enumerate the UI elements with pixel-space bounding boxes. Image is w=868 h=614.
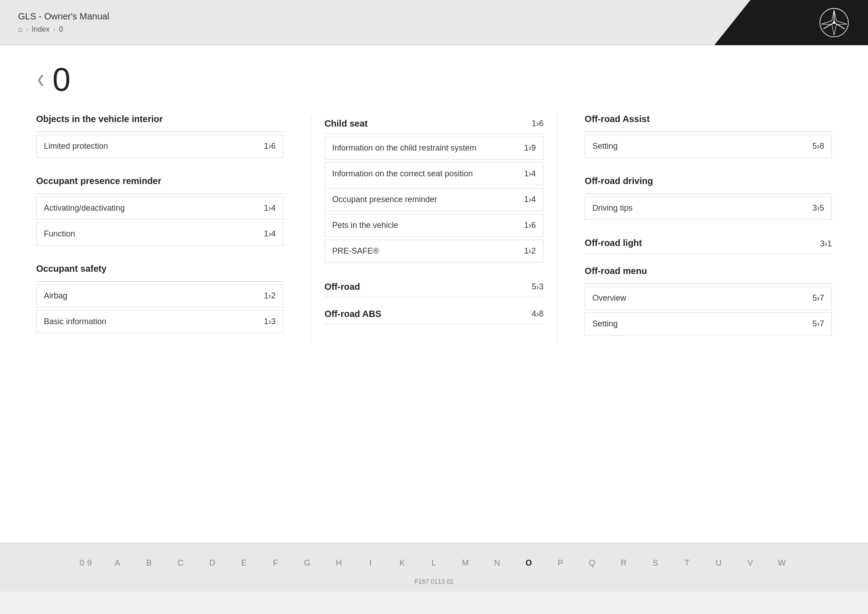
breadcrumb-current: 0 [59, 25, 63, 33]
alpha-item-09[interactable]: 0 9 [70, 552, 102, 574]
off-road-assist-items: Setting 5›8 [585, 132, 832, 161]
heading-occupant-presence: Occupant presence reminder [36, 176, 283, 188]
list-item[interactable]: PRE-SAFE® 1›2 [325, 240, 544, 263]
page-num2: 4 [531, 195, 536, 204]
alpha-item-p[interactable]: P [545, 552, 576, 574]
page-num2: 7 [820, 319, 824, 329]
entry-page: 1›2 [524, 246, 536, 256]
list-item[interactable]: Driving tips 3›5 [585, 197, 832, 220]
list-item[interactable]: Overview 5›7 [585, 287, 832, 310]
entry-page: 5›8 [812, 142, 824, 151]
list-item[interactable]: Setting 5›8 [585, 135, 832, 158]
alpha-item-b[interactable]: B [133, 552, 165, 574]
list-item[interactable]: Airbag 1›2 [36, 284, 283, 307]
objects-vehicle-items: Limited protection 1›6 [36, 132, 283, 161]
page-num: 1 [524, 143, 528, 153]
breadcrumb-index[interactable]: Index [32, 25, 49, 33]
content-columns: Objects in the vehicle interior Limited … [36, 114, 832, 343]
page-num2: 4 [531, 169, 536, 179]
list-item[interactable]: Function 1›4 [36, 222, 283, 246]
entry-page: 1›4 [524, 169, 536, 179]
alpha-item-g[interactable]: G [292, 552, 323, 574]
alpha-item-k[interactable]: K [387, 552, 418, 574]
logo-area [714, 0, 868, 45]
alpha-item-n[interactable]: N [481, 552, 513, 574]
entry-page: 1›4 [264, 229, 276, 239]
page-letter: 0 [52, 63, 71, 96]
alpha-item-q[interactable]: Q [576, 552, 608, 574]
alpha-item-s[interactable]: S [640, 552, 671, 574]
page-num2: 2 [271, 291, 276, 301]
top-entry-off-road-abs[interactable]: Off-road ABS 4›8 [325, 304, 544, 324]
list-item[interactable]: Information on the correct seat position… [325, 162, 544, 185]
svg-point-5 [833, 21, 835, 24]
off-road-driving-items: Driving tips 3›5 [585, 194, 832, 222]
entry-page: 5›7 [812, 319, 824, 329]
top-entry-label: Off-road [325, 282, 532, 292]
list-item[interactable]: Setting 5›7 [585, 312, 832, 335]
alpha-item-h[interactable]: H [323, 552, 355, 574]
top-entry-page: 5›3 [532, 282, 543, 292]
list-item[interactable]: Pets in the vehicle 1›6 [325, 214, 544, 237]
top-entry-child-seat[interactable]: Child seat 1›6 [325, 114, 544, 134]
alpha-item-v[interactable]: V [735, 552, 766, 574]
entry-label: Pets in the vehicle [332, 221, 524, 230]
heading-off-road-driving: Off-road driving [585, 176, 832, 188]
top-entry-page: 4›8 [532, 309, 543, 319]
home-icon[interactable]: ⌂ [18, 25, 23, 33]
alpha-item-o[interactable]: O [513, 552, 545, 574]
entry-label: Driving tips [592, 203, 812, 213]
entry-label: Basic information [44, 317, 264, 326]
alpha-item-c[interactable]: C [165, 552, 197, 574]
heading-occupant-safety: Occupant safety [36, 264, 283, 276]
page-num2: 2 [531, 246, 536, 256]
footer-code: F167 0113 02 [415, 578, 453, 585]
list-item[interactable]: Limited protection 1›6 [36, 135, 283, 158]
header: GLS - Owner's Manual ⌂ › Index › 0 [0, 0, 868, 45]
header-left: GLS - Owner's Manual ⌂ › Index › 0 [18, 11, 109, 33]
alpha-item-r[interactable]: R [608, 552, 640, 574]
page-num: 5 [812, 142, 817, 151]
prev-page-arrow[interactable]: ❮ [36, 73, 45, 86]
alpha-item-t[interactable]: T [671, 552, 703, 574]
entry-label: Setting [592, 142, 812, 151]
page-num2: 3 [271, 317, 276, 326]
entry-page: 1›3 [264, 317, 276, 326]
page-num: 1 [524, 221, 528, 230]
heading-off-road-assist: Off-road Assist [585, 114, 832, 126]
page-num: 1 [264, 291, 269, 301]
page-num: 1 [524, 169, 528, 179]
page-num: 1 [264, 142, 269, 151]
alpha-item-e[interactable]: E [228, 552, 260, 574]
entry-label: Limited protection [44, 142, 264, 151]
alpha-item-u[interactable]: U [703, 552, 735, 574]
alpha-item-f[interactable]: F [260, 552, 292, 574]
list-item[interactable]: Basic information 1›3 [36, 310, 283, 333]
page-num: 1 [532, 119, 536, 128]
page-num2: 6 [531, 221, 536, 230]
page-num: 3 [820, 239, 825, 249]
page-num: 3 [812, 203, 817, 213]
page-num: 1 [264, 317, 269, 326]
entry-label: Activating/deactivating [44, 203, 264, 213]
entry-page: 1›9 [524, 143, 536, 153]
list-item[interactable]: Information on the child restraint syste… [325, 137, 544, 160]
alpha-item-m[interactable]: M [450, 552, 481, 574]
alpha-item-a[interactable]: A [102, 552, 133, 574]
heading-off-road-light: Off-road light [585, 238, 642, 250]
alpha-navigation: 0 9 A B C D E F G H I K L M N O P Q R S … [0, 552, 868, 574]
list-item[interactable]: Occupant presence reminder 1›4 [325, 188, 544, 211]
page-num: 1 [524, 195, 528, 204]
alpha-item-i[interactable]: I [355, 552, 387, 574]
list-item[interactable]: Activating/deactivating 1›4 [36, 197, 283, 220]
bottom-nav: 0 9 A B C D E F G H I K L M N O P Q R S … [0, 543, 868, 591]
page-num2: 4 [271, 229, 276, 239]
top-entry-off-road[interactable]: Off-road 5›3 [325, 277, 544, 297]
alpha-item-d[interactable]: D [197, 552, 228, 574]
page-num2: 6 [271, 142, 276, 151]
entry-label: PRE-SAFE® [332, 246, 524, 256]
alpha-item-l[interactable]: L [418, 552, 450, 574]
page-num2: 4 [271, 203, 276, 213]
top-entry-label: Child seat [325, 118, 532, 129]
alpha-item-w[interactable]: W [766, 552, 798, 574]
